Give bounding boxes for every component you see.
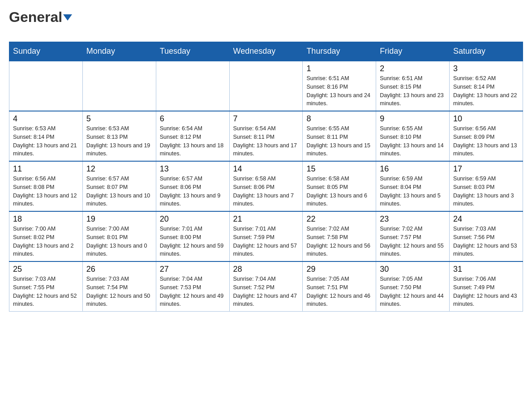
day-number: 14	[233, 164, 299, 174]
logo-text: General	[9, 9, 72, 26]
day-number: 20	[160, 214, 226, 224]
week-row-0: 1Sunrise: 6:51 AMSunset: 8:16 PMDaylight…	[9, 61, 523, 111]
day-number: 23	[380, 214, 446, 224]
day-info: Sunrise: 7:01 AMSunset: 7:59 PMDaylight:…	[233, 225, 299, 258]
calendar-cell: 19Sunrise: 7:00 AMSunset: 8:01 PMDayligh…	[82, 211, 156, 261]
calendar-cell: 6Sunrise: 6:54 AMSunset: 8:12 PMDaylight…	[156, 111, 229, 161]
calendar-cell	[229, 61, 303, 111]
week-row-1: 4Sunrise: 6:53 AMSunset: 8:14 PMDaylight…	[9, 111, 523, 161]
day-info: Sunrise: 6:53 AMSunset: 8:14 PMDaylight:…	[13, 124, 79, 158]
day-info: Sunrise: 7:03 AMSunset: 7:56 PMDaylight:…	[453, 225, 519, 258]
calendar-cell: 1Sunrise: 6:51 AMSunset: 8:16 PMDaylight…	[303, 61, 376, 111]
calendar-cell: 2Sunrise: 6:51 AMSunset: 8:15 PMDaylight…	[376, 61, 450, 111]
day-info: Sunrise: 7:03 AMSunset: 7:54 PMDaylight:…	[86, 275, 152, 308]
day-info: Sunrise: 6:59 AMSunset: 8:04 PMDaylight:…	[380, 175, 446, 208]
day-number: 24	[453, 214, 519, 224]
calendar-cell	[156, 61, 229, 111]
day-number: 30	[380, 265, 446, 274]
day-info: Sunrise: 6:57 AMSunset: 8:07 PMDaylight:…	[86, 175, 152, 208]
day-number: 19	[86, 214, 152, 224]
calendar-cell: 28Sunrise: 7:04 AMSunset: 7:52 PMDayligh…	[229, 261, 303, 312]
calendar-cell: 29Sunrise: 7:05 AMSunset: 7:51 PMDayligh…	[303, 261, 376, 312]
header-sunday: Sunday	[9, 42, 83, 61]
header-saturday: Saturday	[450, 42, 523, 61]
day-info: Sunrise: 7:00 AMSunset: 8:01 PMDaylight:…	[86, 225, 152, 258]
logo: General	[9, 9, 72, 37]
day-number: 16	[380, 164, 446, 174]
day-info: Sunrise: 6:56 AMSunset: 8:09 PMDaylight:…	[453, 124, 519, 158]
header-wednesday: Wednesday	[229, 42, 303, 61]
day-info: Sunrise: 6:58 AMSunset: 8:05 PMDaylight:…	[306, 175, 372, 208]
day-info: Sunrise: 7:04 AMSunset: 7:53 PMDaylight:…	[160, 275, 226, 308]
day-info: Sunrise: 6:56 AMSunset: 8:08 PMDaylight:…	[13, 175, 79, 208]
calendar-cell: 9Sunrise: 6:55 AMSunset: 8:10 PMDaylight…	[376, 111, 450, 161]
day-number: 17	[453, 164, 519, 174]
week-row-3: 18Sunrise: 7:00 AMSunset: 8:02 PMDayligh…	[9, 211, 523, 261]
calendar-cell: 15Sunrise: 6:58 AMSunset: 8:05 PMDayligh…	[303, 161, 376, 211]
calendar-cell: 26Sunrise: 7:03 AMSunset: 7:54 PMDayligh…	[82, 261, 156, 312]
logo-blue-text	[9, 26, 19, 37]
day-number: 29	[306, 265, 372, 274]
calendar-cell: 27Sunrise: 7:04 AMSunset: 7:53 PMDayligh…	[156, 261, 229, 312]
calendar-table: SundayMondayTuesdayWednesdayThursdayFrid…	[9, 42, 523, 312]
day-info: Sunrise: 6:51 AMSunset: 8:16 PMDaylight:…	[306, 74, 372, 108]
calendar-cell: 24Sunrise: 7:03 AMSunset: 7:56 PMDayligh…	[450, 211, 523, 261]
day-info: Sunrise: 6:51 AMSunset: 8:15 PMDaylight:…	[380, 74, 446, 108]
day-info: Sunrise: 7:02 AMSunset: 7:58 PMDaylight:…	[306, 225, 372, 258]
day-info: Sunrise: 6:52 AMSunset: 8:14 PMDaylight:…	[453, 74, 519, 108]
day-number: 31	[453, 265, 519, 274]
day-info: Sunrise: 6:55 AMSunset: 8:11 PMDaylight:…	[306, 124, 372, 158]
calendar-cell: 14Sunrise: 6:58 AMSunset: 8:06 PMDayligh…	[229, 161, 303, 211]
day-info: Sunrise: 6:58 AMSunset: 8:06 PMDaylight:…	[233, 175, 299, 208]
day-number: 28	[233, 265, 299, 274]
calendar-cell: 21Sunrise: 7:01 AMSunset: 7:59 PMDayligh…	[229, 211, 303, 261]
logo-general: General	[9, 9, 72, 25]
day-number: 11	[13, 164, 79, 174]
calendar-cell: 30Sunrise: 7:05 AMSunset: 7:50 PMDayligh…	[376, 261, 450, 312]
calendar-cell: 17Sunrise: 6:59 AMSunset: 8:03 PMDayligh…	[450, 161, 523, 211]
day-info: Sunrise: 7:04 AMSunset: 7:52 PMDaylight:…	[233, 275, 299, 308]
calendar-cell: 25Sunrise: 7:03 AMSunset: 7:55 PMDayligh…	[9, 261, 83, 312]
day-info: Sunrise: 7:05 AMSunset: 7:50 PMDaylight:…	[380, 275, 446, 308]
calendar-cell: 7Sunrise: 6:54 AMSunset: 8:11 PMDaylight…	[229, 111, 303, 161]
day-number: 4	[13, 114, 79, 124]
day-number: 5	[86, 114, 152, 124]
day-info: Sunrise: 7:06 AMSunset: 7:49 PMDaylight:…	[453, 275, 519, 308]
page-header: General	[9, 9, 523, 37]
week-row-4: 25Sunrise: 7:03 AMSunset: 7:55 PMDayligh…	[9, 261, 523, 312]
day-number: 13	[160, 164, 226, 174]
day-number: 9	[380, 114, 446, 124]
day-number: 15	[306, 164, 372, 174]
header-friday: Friday	[376, 42, 450, 61]
day-info: Sunrise: 7:03 AMSunset: 7:55 PMDaylight:…	[13, 275, 79, 308]
day-info: Sunrise: 6:54 AMSunset: 8:11 PMDaylight:…	[233, 124, 299, 158]
day-number: 10	[453, 114, 519, 124]
day-info: Sunrise: 6:57 AMSunset: 8:06 PMDaylight:…	[160, 175, 226, 208]
day-info: Sunrise: 6:55 AMSunset: 8:10 PMDaylight:…	[380, 124, 446, 158]
calendar-cell: 22Sunrise: 7:02 AMSunset: 7:58 PMDayligh…	[303, 211, 376, 261]
day-number: 25	[13, 265, 79, 274]
day-info: Sunrise: 7:01 AMSunset: 8:00 PMDaylight:…	[160, 225, 226, 258]
day-number: 3	[453, 64, 519, 73]
calendar-cell: 5Sunrise: 6:53 AMSunset: 8:13 PMDaylight…	[82, 111, 156, 161]
day-number: 18	[13, 214, 79, 224]
calendar-cell: 31Sunrise: 7:06 AMSunset: 7:49 PMDayligh…	[450, 261, 523, 312]
calendar-cell: 8Sunrise: 6:55 AMSunset: 8:11 PMDaylight…	[303, 111, 376, 161]
calendar-cell: 13Sunrise: 6:57 AMSunset: 8:06 PMDayligh…	[156, 161, 229, 211]
calendar-cell: 23Sunrise: 7:02 AMSunset: 7:57 PMDayligh…	[376, 211, 450, 261]
calendar-cell: 11Sunrise: 6:56 AMSunset: 8:08 PMDayligh…	[9, 161, 83, 211]
day-number: 22	[306, 214, 372, 224]
calendar-cell: 18Sunrise: 7:00 AMSunset: 8:02 PMDayligh…	[9, 211, 83, 261]
day-number: 7	[233, 114, 299, 124]
calendar-cell: 16Sunrise: 6:59 AMSunset: 8:04 PMDayligh…	[376, 161, 450, 211]
week-row-2: 11Sunrise: 6:56 AMSunset: 8:08 PMDayligh…	[9, 161, 523, 211]
day-info: Sunrise: 7:05 AMSunset: 7:51 PMDaylight:…	[306, 275, 372, 308]
day-info: Sunrise: 7:02 AMSunset: 7:57 PMDaylight:…	[380, 225, 446, 258]
header-tuesday: Tuesday	[156, 42, 229, 61]
day-number: 2	[380, 64, 446, 73]
header-monday: Monday	[82, 42, 156, 61]
calendar-cell: 4Sunrise: 6:53 AMSunset: 8:14 PMDaylight…	[9, 111, 83, 161]
calendar-cell: 3Sunrise: 6:52 AMSunset: 8:14 PMDaylight…	[450, 61, 523, 111]
day-number: 27	[160, 265, 226, 274]
calendar-header-row: SundayMondayTuesdayWednesdayThursdayFrid…	[9, 42, 523, 61]
